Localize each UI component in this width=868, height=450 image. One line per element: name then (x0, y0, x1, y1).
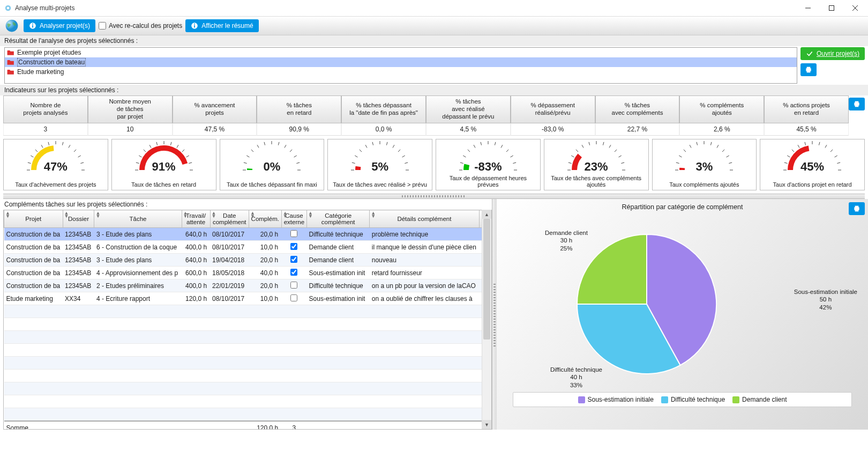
results-section-label: Résultat de l'analyse des projets sélect… (0, 35, 868, 46)
project-list-item[interactable]: Construction de bateau (5, 57, 797, 67)
legend-item: Sous-estimation initiale (578, 396, 654, 403)
svg-line-29 (78, 156, 80, 157)
svg-line-81 (510, 156, 513, 157)
globe-icon[interactable] (3, 17, 20, 34)
project-list-item[interactable]: Exemple projet études (5, 48, 797, 57)
open-label: Ouvrir projet(s) (817, 50, 859, 57)
indicator-value: 47,5 % (173, 123, 257, 136)
grid-vertical-scrollbar[interactable]: ▲ ▼ (482, 210, 491, 429)
complements-section-label: Compléments tâches sur les projets sélec… (3, 199, 492, 210)
external-cause-checkbox[interactable] (290, 230, 297, 237)
grid-row[interactable]: Construction de ba12345AB3 - Etude des p… (4, 254, 491, 267)
print-indicators-button[interactable] (849, 98, 865, 110)
indicator-value: 0,0 % (341, 123, 426, 136)
svg-line-100 (684, 150, 686, 152)
svg-line-37 (156, 142, 158, 145)
indicator-header[interactable]: % dépassementréalisé/prévu (511, 95, 595, 123)
svg-line-52 (279, 142, 280, 145)
gauge: 0%Taux de tâches dépassant fin maxi (220, 139, 325, 190)
minimize-button[interactable] (796, 1, 820, 16)
svg-line-107 (727, 156, 729, 157)
scroll-down-icon[interactable]: ▼ (482, 420, 491, 429)
grid-column-header[interactable]: ▲▼Travail/attente (182, 210, 210, 228)
maximize-button[interactable] (820, 1, 843, 16)
indicator-header[interactable]: Nombre deprojets analysés (3, 95, 88, 123)
recalc-checkbox-wrap[interactable]: Avec re-calcul des projets (99, 19, 182, 32)
grid-row[interactable]: Construction de ba12345AB6 - Constructio… (4, 241, 491, 254)
pie-chart-panel: Répartition par catégorie de complément … (497, 199, 868, 430)
grid-row[interactable]: Construction de ba12345AB3 - Etude des p… (4, 228, 491, 241)
sort-icon[interactable]: ▲▼ (283, 211, 288, 218)
external-cause-checkbox[interactable] (290, 269, 297, 276)
gauge-label: Taux de tâches en retard (129, 181, 198, 188)
svg-line-62 (365, 145, 367, 147)
external-cause-checkbox[interactable] (290, 282, 297, 289)
gauge-label: Taux d'actions projet en retard (771, 181, 854, 188)
indicator-header[interactable]: Nombre moyende tâchespar projet (88, 95, 173, 123)
gauge-value: -83% (436, 160, 540, 174)
recalc-checkbox[interactable] (99, 22, 106, 29)
grid-column-header[interactable]: ▲▼Projet (4, 210, 63, 228)
grid-row[interactable]: Construction de ba12345AB4 - Approvision… (4, 267, 491, 279)
titlebar: Analyse multi-projets (0, 0, 868, 17)
grid-column-header[interactable]: ▲▼Complém. (249, 210, 281, 228)
indicator-header[interactable]: % avancementprojets (173, 95, 257, 123)
svg-rect-11 (194, 25, 195, 28)
sort-icon[interactable]: ▲▼ (183, 211, 188, 218)
svg-line-74 (468, 150, 470, 152)
grid-row[interactable]: Etude marketingXX344 - Ecriture rapport … (4, 292, 491, 305)
svg-rect-14 (807, 67, 811, 69)
project-list[interactable]: Exemple projet étudesConstruction de bat… (4, 47, 797, 84)
gauge: 47%Taux d'achèvement des projets (3, 139, 108, 190)
sort-icon[interactable]: ▲▼ (5, 211, 10, 218)
print-projects-button[interactable] (800, 63, 817, 76)
svg-line-115 (805, 142, 806, 145)
scroll-thumb[interactable] (483, 219, 490, 340)
horizontal-splitter[interactable] (3, 194, 865, 199)
indicator-header[interactable]: % tâches dépassantla "date de fin pas ap… (341, 95, 426, 123)
analyse-projects-button[interactable]: Analyser projet(s) (24, 19, 95, 32)
sort-icon[interactable]: ▲▼ (371, 211, 376, 218)
grid-column-header[interactable]: ▲▼Catégoriecomplément (307, 210, 370, 228)
gauge: 23%Taux de tâches avec compléments ajout… (544, 139, 649, 190)
project-list-item[interactable]: Etude marketing (5, 67, 797, 77)
svg-rect-3 (829, 6, 834, 11)
sort-icon[interactable]: ▲▼ (64, 211, 69, 218)
grid-column-header[interactable]: ▲▼Dossier (63, 210, 94, 228)
indicator-header[interactable]: % complémentsajoutés (679, 95, 764, 123)
gauge-value: 5% (328, 160, 432, 174)
vertical-splitter[interactable] (492, 199, 497, 430)
indicator-header[interactable]: % tâchesavec réalisédépassant le prévu (426, 95, 511, 123)
indicator-header[interactable]: % tâchesen retard (257, 95, 341, 123)
open-projects-button[interactable]: Ouvrir projet(s) (800, 47, 865, 60)
grid-column-header[interactable]: ▲▼Détails complément (370, 210, 479, 228)
svg-line-106 (722, 150, 724, 152)
gauge-label: Taux compléments ajoutés (667, 181, 741, 188)
svg-line-88 (582, 145, 583, 147)
show-summary-button[interactable]: Afficher le résumé (185, 19, 259, 32)
sort-icon[interactable]: ▲▼ (95, 211, 100, 218)
external-cause-checkbox[interactable] (290, 256, 297, 263)
sort-icon[interactable]: ▲▼ (212, 211, 216, 218)
grid-row[interactable]: Construction de ba12345AB2 - Etudes prél… (4, 279, 491, 292)
external-cause-checkbox[interactable] (290, 294, 297, 301)
gauges-row: 47%Taux d'achèvement des projets 91%Taux… (0, 136, 868, 194)
indicator-header[interactable]: % tâchesavec compléments (595, 95, 680, 123)
summary-label: Afficher le résumé (201, 22, 253, 29)
gauge: 45%Taux d'actions projet en retard (760, 139, 865, 190)
sort-icon[interactable]: ▲▼ (308, 211, 313, 218)
grid-column-header[interactable]: ▲▼Tâche (94, 210, 182, 228)
grid-column-header[interactable]: ▲▼Datecomplément (210, 210, 249, 228)
close-button[interactable] (843, 1, 867, 16)
indicator-header[interactable]: % actions projetsen retard (764, 95, 849, 123)
svg-line-67 (398, 150, 400, 152)
info-icon (29, 22, 36, 29)
external-cause-checkbox[interactable] (290, 243, 297, 250)
complements-grid[interactable]: ▲▼Projet▲▼Dossier▲▼Tâche▲▼Travail/attent… (3, 210, 492, 430)
scroll-up-icon[interactable]: ▲ (482, 210, 491, 219)
svg-line-60 (355, 156, 357, 157)
svg-line-119 (830, 150, 833, 152)
sort-icon[interactable]: ▲▼ (250, 211, 255, 218)
grid-column-header[interactable]: ▲▼Causeexterne (281, 210, 306, 228)
legend-item: Demande client (732, 396, 787, 403)
